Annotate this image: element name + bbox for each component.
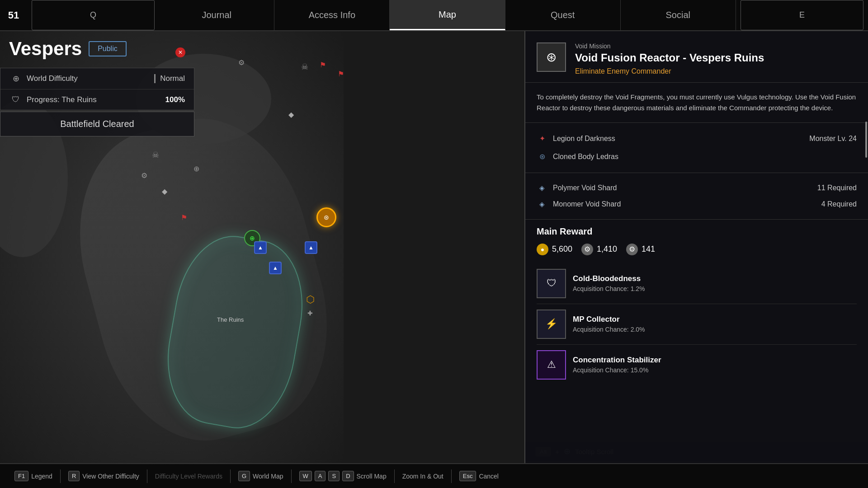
reward-icon-1: 🛡: [537, 269, 566, 298]
top-navigation: 51 Q Journal Access Info Map Quest Socia…: [0, 0, 868, 31]
progress-row: 🛡 Progress: The Ruins 100%: [0, 89, 194, 110]
gear2-icon: ⚙: [626, 244, 638, 255]
counter-display: 51: [0, 9, 27, 21]
difficulty-row: ⊕ World Difficulty Normal: [0, 68, 194, 89]
map-icon-skull-1[interactable]: ☠: [298, 61, 311, 73]
enemy-section: ✦ Legion of Darkness Monster Lv. 24 ⊛ Cl…: [525, 123, 868, 173]
currency-gear1: ⚙ 1,410: [581, 244, 617, 255]
tab-access-info[interactable]: Access Info: [274, 0, 390, 30]
map-icon-diamond-2[interactable]: ◆: [158, 185, 171, 197]
battlefield-cleared-box: Battlefield Cleared: [0, 112, 194, 136]
visibility-badge[interactable]: Public: [89, 41, 127, 56]
key-d: D: [342, 471, 354, 481]
enemy-name-1: Legion of Darkness: [553, 135, 804, 143]
difficulty-icon: ⊕: [9, 74, 22, 84]
reward-item-1-info: Cold-Bloodedness Acquisition Chance: 1.2…: [573, 274, 857, 292]
divider-4: [291, 469, 292, 483]
bottom-cancel[interactable]: Esc Cancel: [454, 464, 504, 488]
map-icon-skull-2[interactable]: ☠: [149, 149, 162, 161]
map-icon-flag-1[interactable]: ⚑: [316, 58, 329, 71]
bottom-legend[interactable]: F1 Legend: [9, 464, 58, 488]
reward-section: Main Reward ● 5,600 ⚙ 1,410 ⚙ 141 🛡 Cold…: [525, 220, 868, 392]
reward-item-1: 🛡 Cold-Bloodedness Acquisition Chance: 1…: [537, 263, 857, 304]
reward-item-2-name: MP Collector: [573, 315, 857, 324]
map-icon-blue-2[interactable]: ▲: [305, 241, 317, 254]
world-map-label: World Map: [253, 473, 283, 480]
map-icon-orange[interactable]: ⬡: [304, 293, 316, 306]
scroll-map-label: Scroll Map: [357, 473, 387, 480]
mission-objective: Eliminate Enemy Commander: [575, 67, 857, 75]
cleared-label: Battlefield Cleared: [60, 119, 134, 129]
tab-map[interactable]: Map: [390, 0, 505, 30]
close-button[interactable]: ✕: [175, 47, 185, 57]
material-row-2: ◈ Monomer Void Shard 4 Required: [537, 196, 857, 212]
nav-key-e[interactable]: E: [741, 0, 863, 30]
reward-item-3: ⚠ Concentration Stabilizer Acquisition C…: [537, 345, 857, 385]
mission-panel: ⊛ Void Mission Void Fusion Reactor - Ves…: [524, 31, 868, 463]
reward-icon-2: ⚡: [537, 310, 566, 339]
material-row-1: ◈ Polymer Void Shard 11 Required: [537, 180, 857, 196]
bottom-world-map[interactable]: G World Map: [233, 464, 289, 488]
divider-1: [60, 469, 61, 483]
tab-journal[interactable]: Journal: [159, 0, 274, 30]
gear2-value: 141: [642, 244, 655, 254]
key-r: R: [68, 471, 80, 481]
material-icon-1: ◈: [537, 183, 547, 193]
cancel-label: Cancel: [479, 473, 499, 480]
bottom-other-difficulty[interactable]: R View Other Difficulty: [63, 464, 145, 488]
reward-item-2-symbol: ⚡: [545, 318, 557, 330]
enemy-icon-1: ✦: [537, 133, 547, 144]
reward-item-2-info: MP Collector Acquisition Chance: 2.0%: [573, 315, 857, 333]
gear1-icon: ⚙: [581, 244, 593, 255]
map-icon-active-mission[interactable]: ⊛: [316, 207, 336, 227]
map-icon-blue-1[interactable]: ▲: [254, 241, 267, 254]
reward-item-3-symbol: ⚠: [547, 359, 556, 371]
reward-item-2: ⚡ MP Collector Acquisition Chance: 2.0%: [537, 304, 857, 345]
tab-quest[interactable]: Quest: [505, 0, 621, 30]
progress-value: 100%: [165, 95, 185, 104]
reward-item-3-chance: Acquisition Chance: 15.0%: [573, 366, 857, 374]
key-esc: Esc: [459, 471, 476, 481]
material-icon-2: ◈: [537, 199, 547, 210]
reward-item-3-info: Concentration Stabilizer Acquisition Cha…: [573, 356, 857, 374]
difficulty-label: World Difficulty: [27, 74, 154, 83]
reward-title: Main Reward: [537, 226, 857, 237]
reward-item-1-chance: Acquisition Chance: 1.2%: [573, 285, 857, 292]
nav-key-q[interactable]: Q: [32, 0, 155, 30]
world-name-text: Vespers: [9, 38, 82, 60]
map-icon-gear-2[interactable]: ⊕: [190, 162, 203, 175]
reward-item-1-name: Cold-Bloodedness: [573, 274, 857, 283]
currency-gold: ● 5,600: [537, 244, 572, 255]
ruins-label: The Ruins: [217, 316, 244, 323]
key-a: A: [315, 471, 326, 481]
divider-3: [230, 469, 231, 483]
reward-item-3-name: Concentration Stabilizer: [573, 356, 857, 365]
enemy-row-2: ⊛ Cloned Body Ledras: [537, 148, 857, 166]
map-icon-marker[interactable]: ✚: [304, 307, 316, 319]
world-name-row: Vespers Public: [0, 31, 194, 66]
progress-label: Progress: The Ruins: [27, 95, 165, 104]
mission-description: To completely destroy the Void Fragments…: [525, 83, 868, 123]
map-icon-blue-3[interactable]: ▲: [269, 262, 282, 274]
material-section: ◈ Polymer Void Shard 11 Required ◈ Monom…: [525, 173, 868, 220]
enemy-level-1: Monster Lv. 24: [809, 135, 857, 143]
currency-gear2: ⚙ 141: [626, 244, 655, 255]
bottom-bar: F1 Legend R View Other Difficulty Diffic…: [0, 463, 868, 488]
reward-item-1-symbol: 🛡: [547, 277, 557, 289]
map-icon-flag-3[interactable]: ⚑: [178, 211, 190, 224]
map-icon-diamond-1[interactable]: ◆: [285, 108, 297, 121]
scroll-indicator: [865, 122, 867, 158]
other-difficulty-label: View Other Difficulty: [82, 473, 139, 480]
tab-social[interactable]: Social: [621, 0, 736, 30]
mission-title-area: Void Mission Void Fusion Reactor - Vespe…: [575, 42, 857, 75]
divider-5: [394, 469, 395, 483]
bottom-scroll-map: W A S D Scroll Map: [294, 464, 392, 488]
map-icon-gear-3[interactable]: ⚙: [138, 169, 151, 182]
mission-type: Void Mission: [575, 42, 857, 50]
enemy-name-2: Cloned Body Ledras: [553, 153, 857, 161]
map-icon-gear-1[interactable]: ⚙: [235, 56, 248, 69]
key-w: W: [299, 471, 312, 481]
map-icon-flag-2[interactable]: ⚑: [335, 67, 344, 80]
mission-header: ⊛ Void Mission Void Fusion Reactor - Ves…: [525, 31, 868, 83]
enemy-icon-2: ⊛: [537, 151, 547, 162]
